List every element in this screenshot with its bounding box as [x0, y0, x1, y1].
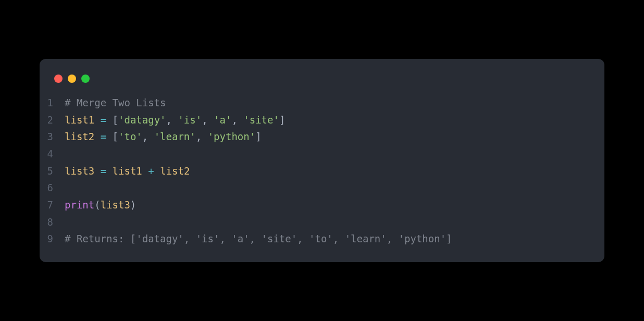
close-icon[interactable] [54, 75, 63, 83]
token-string: 'datagy' [118, 114, 166, 126]
code-line: 2list1 = ['datagy', 'is', 'a', 'site'] [40, 112, 604, 129]
token-bracket: ] [279, 114, 285, 126]
token-comment: # Merge Two Lists [65, 97, 166, 108]
token-plain: , [202, 114, 214, 126]
code-line: 6 [40, 179, 604, 196]
code-content: list1 = ['datagy', 'is', 'a', 'site'] [65, 112, 285, 129]
token-plain [106, 114, 112, 126]
code-window: 1# Merge Two Lists2list1 = ['datagy', 'i… [40, 59, 604, 262]
token-identifier: list1 [65, 114, 94, 126]
line-number: 6 [40, 179, 65, 196]
token-bracket: ) [130, 199, 136, 211]
token-string: 'a' [214, 114, 231, 126]
code-line: 9# Returns: ['datagy', 'is', 'a', 'site'… [40, 230, 604, 248]
token-string: 'to' [118, 131, 142, 142]
code-line: 8 [40, 214, 604, 231]
code-content: list2 = ['to', 'learn', 'python'] [65, 128, 262, 145]
token-plain [94, 114, 100, 126]
token-string: 'python' [208, 131, 256, 142]
maximize-icon[interactable] [81, 75, 90, 83]
line-number: 7 [40, 196, 65, 214]
token-operator: + [148, 165, 154, 177]
token-operator: = [101, 114, 106, 126]
token-plain [106, 165, 112, 177]
token-plain [142, 165, 148, 177]
code-content: # Returns: ['datagy', 'is', 'a', 'site',… [65, 230, 452, 248]
code-content: list3 = list1 + list2 [65, 163, 190, 180]
token-plain: , [231, 114, 243, 126]
code-content [65, 145, 70, 163]
line-number: 2 [40, 112, 65, 129]
token-bracket: [ [113, 131, 118, 142]
minimize-icon[interactable] [68, 75, 76, 83]
token-bracket: ] [255, 131, 261, 142]
line-number: 5 [40, 163, 65, 180]
code-content [65, 179, 70, 196]
token-string: 'site' [243, 114, 279, 126]
token-plain [94, 165, 100, 177]
token-identifier: list2 [65, 131, 94, 142]
token-plain: , [166, 114, 178, 126]
code-content: # Merge Two Lists [65, 94, 166, 112]
token-func: print [65, 199, 94, 211]
token-plain [94, 131, 100, 142]
token-operator: = [101, 131, 106, 142]
line-number: 8 [40, 214, 65, 231]
code-line: 4 [40, 145, 604, 163]
code-area: 1# Merge Two Lists2list1 = ['datagy', 'i… [40, 94, 604, 248]
token-identifier: list3 [65, 165, 94, 177]
token-bracket: [ [113, 114, 118, 126]
token-identifier: list3 [101, 199, 130, 211]
token-bracket: ( [94, 199, 100, 211]
token-plain: , [142, 131, 154, 142]
line-number: 4 [40, 145, 65, 163]
token-operator: = [101, 165, 106, 177]
token-string: 'learn' [154, 131, 196, 142]
token-plain [106, 131, 112, 142]
token-plain [154, 165, 160, 177]
code-content [65, 214, 70, 231]
line-number: 3 [40, 128, 65, 145]
token-string: 'is' [178, 114, 202, 126]
token-comment: # Returns: ['datagy', 'is', 'a', 'site',… [65, 233, 452, 244]
code-content: print(list3) [65, 196, 136, 214]
line-number: 1 [40, 94, 65, 112]
window-titlebar [40, 71, 604, 94]
code-line: 1# Merge Two Lists [40, 94, 604, 112]
code-line: 3list2 = ['to', 'learn', 'python'] [40, 128, 604, 145]
token-identifier: list1 [113, 165, 142, 177]
token-identifier: list2 [160, 165, 190, 177]
token-plain: , [196, 131, 208, 142]
code-line: 5list3 = list1 + list2 [40, 163, 604, 180]
line-number: 9 [40, 230, 65, 248]
code-line: 7print(list3) [40, 196, 604, 214]
